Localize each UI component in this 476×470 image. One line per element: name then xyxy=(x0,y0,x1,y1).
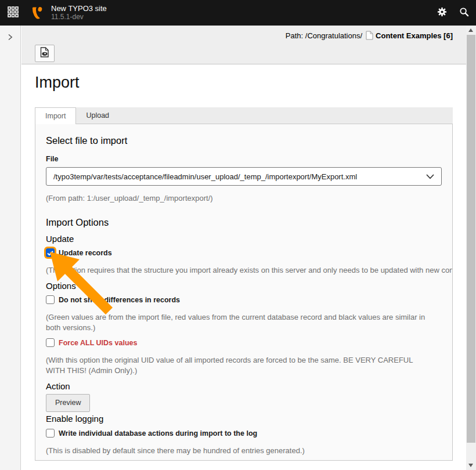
docheader-buttons xyxy=(35,45,55,62)
typo3-logo xyxy=(30,6,45,20)
file-select[interactable]: /typo3temp/var/tests/acceptance/fileadmi… xyxy=(46,167,442,186)
settings-button[interactable] xyxy=(434,0,449,26)
update-records-checkbox[interactable] xyxy=(46,248,55,257)
tab-bar: Import Upload xyxy=(35,107,453,124)
site-info: New TYPO3 site 11.5.1-dev xyxy=(51,4,107,21)
force-uid-label[interactable]: Force ALL UIDs values xyxy=(59,339,137,347)
logging-heading: Enable logging xyxy=(46,414,442,424)
expand-navigation-button[interactable] xyxy=(6,34,15,42)
vertical-scrollbar[interactable] xyxy=(466,26,476,470)
site-title: New TYPO3 site xyxy=(51,4,107,13)
breadcrumb-record-title: Content Examples [6] xyxy=(376,31,453,40)
select-file-heading: Select file to import xyxy=(46,135,442,146)
update-records-label[interactable]: Update records xyxy=(59,249,112,257)
diff-row: Do not show differences in records xyxy=(46,295,442,304)
options-heading: Options xyxy=(46,281,442,291)
force-uid-note: (With this option the original UID value… xyxy=(46,355,426,376)
file-select-value: /typo3temp/var/tests/acceptance/fileadmi… xyxy=(53,172,357,181)
action-heading: Action xyxy=(46,381,442,392)
gear-icon xyxy=(437,7,447,19)
docheader: Path: /Congratulations/ Content Examples… xyxy=(21,26,466,64)
module-body: Import Import Upload Select file to impo… xyxy=(21,64,466,470)
top-toolbar: New TYPO3 site 11.5.1-dev xyxy=(0,0,476,26)
update-records-row: Update records xyxy=(46,248,442,257)
import-options-heading: Import Options xyxy=(46,216,442,228)
logging-note: (This is disabled by default since there… xyxy=(46,446,442,456)
diff-note: (Green values are from the import file, … xyxy=(46,312,426,333)
view-webpage-button[interactable] xyxy=(35,45,55,62)
search-icon xyxy=(459,7,469,19)
tab-import[interactable]: Import xyxy=(35,107,76,124)
update-note: (This option requires that the structure… xyxy=(46,265,442,276)
force-uid-checkbox[interactable] xyxy=(46,338,55,347)
import-tab-panel: Select file to import File /typo3temp/va… xyxy=(35,124,453,461)
logging-label[interactable]: Write individual database actions during… xyxy=(59,429,257,438)
breadcrumb-path: Path: /Congratulations/ xyxy=(286,31,362,40)
breadcrumb: Path: /Congratulations/ Content Examples… xyxy=(286,31,453,40)
logging-row: Write individual database actions during… xyxy=(46,429,442,438)
page-title: Import xyxy=(35,74,80,92)
scrollbar-up-arrow[interactable] xyxy=(468,28,473,32)
grid-icon xyxy=(8,6,19,20)
page-icon xyxy=(366,31,373,40)
module-container: Path: /Congratulations/ Content Examples… xyxy=(21,26,466,470)
scrollbar-down-arrow[interactable] xyxy=(468,464,473,467)
site-version: 11.5.1-dev xyxy=(51,13,107,21)
from-path-note: (From path: 1:/user_upload/_temp_/import… xyxy=(46,193,442,204)
checkmark-icon xyxy=(47,248,53,258)
logging-checkbox[interactable] xyxy=(46,429,55,438)
search-button[interactable] xyxy=(456,0,471,26)
tabs-region: Import Upload Select file to import File… xyxy=(35,107,453,461)
view-doc-icon xyxy=(40,47,49,60)
tab-upload[interactable]: Upload xyxy=(76,107,119,124)
file-field-label: File xyxy=(46,155,442,164)
module-grid-button[interactable] xyxy=(0,0,26,26)
chevron-down-icon xyxy=(426,172,434,181)
update-heading: Update xyxy=(46,234,442,244)
scrollbar-thumb[interactable] xyxy=(467,35,475,443)
no-diff-label[interactable]: Do not show differences in records xyxy=(59,296,180,304)
chevron-right-icon xyxy=(7,32,13,43)
no-diff-checkbox[interactable] xyxy=(46,295,55,304)
force-uid-row: Force ALL UIDs values xyxy=(46,338,442,347)
preview-button[interactable]: Preview xyxy=(46,394,90,412)
pagetree-collapsed-strip xyxy=(0,26,21,470)
